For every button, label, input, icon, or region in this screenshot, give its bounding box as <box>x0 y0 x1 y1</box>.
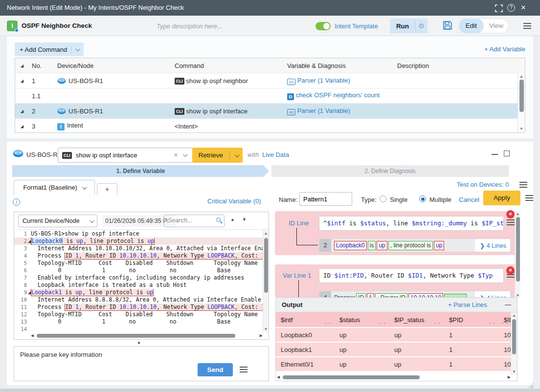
collapse-marker-icon[interactable] <box>27 289 31 296</box>
retrieve-options-chevron-icon[interactable] <box>230 152 243 159</box>
scroll-right-icon[interactable]: ▶ <box>508 375 511 379</box>
table-row[interactable]: 1.1D check OSPF neighbors’ count <box>15 88 525 103</box>
scroll-down-icon[interactable]: ▼ <box>263 327 269 331</box>
collapse-editor-icon[interactable]: ▲ <box>137 341 141 345</box>
variable-link[interactable]: Parser (1 Variable) <box>297 77 350 84</box>
pattern-name-input[interactable] <box>299 192 352 206</box>
info-icon[interactable]: i <box>13 198 20 206</box>
right-pane-menu-icon[interactable] <box>519 182 527 188</box>
scroll-down-icon[interactable]: ▼ <box>518 127 525 131</box>
col-device: Device/Node <box>54 62 172 69</box>
step-define-variable[interactable]: 1. Define Variable <box>12 165 269 177</box>
live-data-link[interactable]: Live Data <box>262 151 289 158</box>
pattern-vscrollbar[interactable]: ▲ ▼ <box>515 211 520 298</box>
table-vscrollbar[interactable]: ▲ ▼ <box>518 73 525 132</box>
run-settings-gear-icon[interactable]: ⚙ <box>415 22 428 30</box>
scroll-up-icon[interactable]: ▲ <box>518 74 525 79</box>
expand-icon[interactable] <box>21 125 23 128</box>
column-label: $IP_status <box>394 316 424 324</box>
add-format-tab[interactable]: + <box>97 183 117 195</box>
delete-var-line-icon[interactable]: ✕ <box>506 266 515 275</box>
column-filter-chevron-icon[interactable] <box>380 321 385 324</box>
line-gutter <box>27 318 31 326</box>
scroll-left-icon[interactable]: ◀ <box>277 375 280 379</box>
column-filter-chevron-icon[interactable] <box>490 321 495 324</box>
search-icon[interactable] <box>216 218 221 222</box>
source-select-chevron-icon[interactable] <box>90 218 94 223</box>
close-icon[interactable]: ✕ <box>519 4 527 12</box>
table-row[interactable]: 3IIntent<Intent> <box>15 118 525 133</box>
expand-cell <box>15 77 29 85</box>
fullscreen-icon[interactable] <box>495 4 503 12</box>
scroll-left-icon[interactable]: ◀ <box>31 333 34 338</box>
view-mode-button[interactable]: View <box>484 19 509 33</box>
scroll-down-icon[interactable]: ▼ <box>511 370 517 374</box>
tab-format1-baseline[interactable]: Format1 (Baseline) <box>14 180 95 195</box>
test-on-devices-link[interactable]: Test on Devices: 0 <box>457 181 509 188</box>
step-define-diagnosis[interactable]: 2. Define Diagnosis <box>271 165 509 177</box>
find-next-icon[interactable]: ▼ <box>242 217 247 222</box>
cancel-button[interactable]: Cancel <box>459 196 479 203</box>
output-row[interactable]: Loopback1upup110.10.10.10 <box>276 343 512 357</box>
output-row[interactable]: Loopback0upup110.10.10.10 <box>276 328 512 343</box>
critical-variable-link[interactable]: Critical Variable (0) <box>207 197 261 205</box>
id-line-menu-icon[interactable] <box>507 219 515 225</box>
output-hscrollbar[interactable]: ◀ ▶ <box>276 375 512 380</box>
output-row[interactable]: Ethernet0/1upup110.10.10.10 <box>276 357 512 372</box>
expand-icon[interactable] <box>21 79 23 82</box>
intent-template-toggle[interactable] <box>315 22 331 30</box>
add-variable-link[interactable]: + Add Variable <box>484 45 525 53</box>
app-menu-icon[interactable] <box>523 23 531 29</box>
command-select-chevron-icon[interactable] <box>183 152 188 157</box>
source-select[interactable]: Current Device/Node <box>18 215 97 227</box>
send-button[interactable]: Send <box>198 363 233 376</box>
collapse-marker-icon[interactable] <box>27 238 31 245</box>
scroll-right-icon[interactable]: ▶ <box>260 333 263 338</box>
output-minimize-icon[interactable] <box>505 305 511 305</box>
retrieve-button[interactable]: Retrieve <box>192 152 229 159</box>
table-row[interactable]: 2US-BOS-R1CLI show ip ospf interface(x) … <box>15 103 525 118</box>
run-button[interactable]: Run <box>390 22 415 30</box>
variable-link[interactable]: Parser (1 Variable) <box>297 107 350 114</box>
edit-mode-button[interactable]: Edit <box>459 19 484 33</box>
id-line-regex-input[interactable]: ^$intf is $status, line $mstring:_dummy … <box>319 216 504 231</box>
pattern-menu-icon[interactable] <box>525 195 533 201</box>
clear-icon[interactable]: ✕ <box>174 152 178 158</box>
id-line-lines-link[interactable]: ❯ 4 Lines <box>475 242 510 249</box>
sample-token <box>444 294 467 298</box>
editor-hscrollbar[interactable]: ◀ ▶ <box>31 333 263 338</box>
var-line-regex-input[interactable]: ID $int:PID, Router ID $ID1, Network Typ… <box>319 268 504 283</box>
scroll-up-icon[interactable]: ▲ <box>263 231 269 236</box>
column-filter-chevron-icon[interactable] <box>325 321 330 324</box>
editor-vscrollbar[interactable]: ▲ ▼ <box>263 230 269 332</box>
description-input[interactable] <box>157 21 284 31</box>
add-command-button[interactable]: + Add Command <box>15 43 84 56</box>
radio-single[interactable] <box>380 196 386 202</box>
output-column-header: $IP_status <box>389 316 444 324</box>
parse-lines-link[interactable]: + Parse Lines <box>448 301 487 308</box>
add-command-chevron-icon[interactable] <box>75 46 80 51</box>
scroll-up-icon[interactable]: ▲ <box>515 212 520 216</box>
help-icon[interactable]: ? <box>507 4 515 12</box>
command-select[interactable]: CLI show ip ospf interface ✕ <box>58 148 193 163</box>
search-input[interactable] <box>168 217 215 224</box>
tab-chevron-icon[interactable] <box>82 185 87 190</box>
collapse-all-icon[interactable] <box>21 64 23 67</box>
step2-label: 2. Define Diagnosis <box>364 168 415 174</box>
delete-id-line-icon[interactable]: ✕ <box>506 210 515 218</box>
output-cell: Loopback0 <box>276 331 335 339</box>
column-filter-chevron-icon[interactable] <box>435 321 440 324</box>
radio-multiple[interactable] <box>419 196 426 202</box>
variable-link[interactable]: check OSPF neighbors’ count <box>296 91 380 99</box>
apply-button[interactable]: Apply <box>483 191 520 205</box>
minimize-icon[interactable] <box>492 154 498 155</box>
save-icon[interactable] <box>443 21 452 30</box>
scroll-up-icon[interactable]: ▲ <box>511 313 517 318</box>
message-menu-icon[interactable] <box>240 367 248 372</box>
table-row[interactable]: 1US-BOS-R1CLI show ip ospf neighbor(x) P… <box>15 73 525 88</box>
output-vscrollbar[interactable]: ▲ ▼ <box>511 312 517 375</box>
output-cell: up <box>389 331 444 339</box>
expand-icon[interactable] <box>21 109 23 112</box>
find-previous-icon[interactable]: ▲ <box>230 217 235 222</box>
maximize-icon[interactable] <box>504 151 510 156</box>
